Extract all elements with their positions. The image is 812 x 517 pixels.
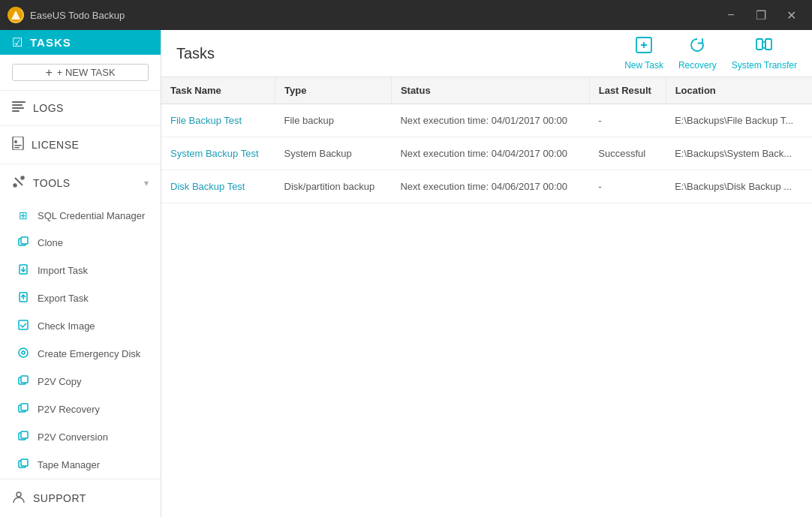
sidebar-item-license[interactable]: LICENSE [0, 125, 161, 164]
sidebar-item-export-task[interactable]: Export Task [0, 284, 161, 312]
task-location-0: E:\Backups\File Backup T... [666, 104, 812, 137]
svg-rect-3 [12, 104, 23, 106]
close-button[interactable]: ✕ [777, 4, 804, 26]
svg-rect-2 [12, 101, 26, 103]
new-task-button[interactable]: + + NEW TASK [12, 64, 149, 81]
svg-rect-9 [14, 147, 20, 149]
sql-label: SQL Credential Manager [38, 210, 145, 221]
system-transfer-action[interactable]: System Transfer [732, 36, 797, 71]
task-result-1: Successful [589, 137, 666, 170]
sidebar-item-import-task[interactable]: Import Task [0, 257, 161, 284]
sidebar-item-sql-credential-manager[interactable]: ⊞ SQL Credential Manager [0, 202, 161, 229]
window-controls: − ❐ ✕ [717, 4, 804, 26]
export-label: Export Task [38, 293, 89, 304]
task-name-0[interactable]: File Backup Test [161, 104, 275, 137]
toolbar: Tasks New Task [161, 30, 812, 77]
task-name-1[interactable]: System Backup Test [161, 137, 275, 170]
tools-section: ⊞ SQL Credential Manager Clone [0, 202, 161, 479]
task-type-1: System Backup [275, 137, 392, 170]
task-location-1: E:\Backups\System Back... [666, 137, 812, 170]
svg-rect-20 [21, 376, 28, 383]
title-bar: EaseUS Todo Backup − ❐ ✕ [0, 0, 812, 30]
p2v-copy-label: P2V Copy [38, 376, 82, 387]
tasks-table: Task Name Type Status Last Result Locati… [161, 77, 812, 517]
emergency-disk-icon [17, 347, 30, 360]
recovery-action[interactable]: Recovery [678, 36, 717, 71]
svg-rect-22 [21, 404, 28, 410]
license-icon [12, 137, 24, 153]
recovery-action-label: Recovery [678, 60, 717, 71]
sidebar-item-support[interactable]: SUPPORT [0, 479, 161, 517]
svg-rect-7 [14, 140, 17, 143]
sidebar-item-tools[interactable]: TOOLS ▾ [0, 164, 161, 202]
sidebar-item-p2v-conversion[interactable]: P2V Conversion [0, 423, 161, 451]
table-row[interactable]: System Backup Test System Backup Next ex… [161, 137, 812, 170]
license-label: LICENSE [32, 139, 79, 151]
new-task-action[interactable]: New Task [624, 36, 663, 71]
sidebar-item-logs[interactable]: LOGS [0, 90, 161, 125]
sidebar-item-tape-manager[interactable]: Tape Manager [0, 451, 161, 479]
new-task-action-label: New Task [624, 60, 663, 71]
svg-point-17 [19, 348, 28, 357]
col-task-name: Task Name [161, 77, 275, 104]
sidebar-item-p2v-copy[interactable]: P2V Copy [0, 368, 161, 395]
logs-icon [12, 101, 26, 115]
sidebar: ☑ TASKS + + NEW TASK LOGS [0, 30, 161, 517]
task-status-2: Next execution time: 04/06/2017 00:00 [391, 170, 589, 203]
backup-tasks-table: Task Name Type Status Last Result Locati… [161, 77, 812, 203]
p2v-conversion-icon [17, 431, 30, 443]
restore-button[interactable]: ❐ [747, 4, 774, 26]
task-result-0: - [589, 104, 666, 137]
support-label: SUPPORT [33, 492, 86, 504]
logs-label: LOGS [33, 102, 64, 114]
task-name-2[interactable]: Disk Backup Test [161, 170, 275, 203]
task-type-0: File backup [275, 104, 392, 137]
sidebar-item-tasks[interactable]: ☑ TASKS [0, 30, 161, 55]
tasks-label: TASKS [30, 36, 71, 49]
tape-manager-icon [17, 458, 30, 471]
tape-manager-label: Tape Manager [38, 459, 100, 470]
main-content: Tasks New Task [161, 30, 812, 517]
app-body: ☑ TASKS + + NEW TASK LOGS [0, 30, 812, 517]
task-status-1: Next execution time: 04/04/2017 00:00 [391, 137, 589, 170]
svg-rect-4 [12, 107, 24, 109]
svg-rect-29 [756, 39, 762, 50]
svg-rect-13 [21, 237, 28, 244]
svg-rect-5 [12, 110, 20, 112]
svg-rect-30 [765, 39, 771, 50]
col-last-result: Last Result [589, 77, 666, 104]
svg-rect-16 [19, 320, 28, 329]
support-icon [12, 490, 26, 506]
svg-rect-8 [14, 145, 22, 146]
table-row[interactable]: File Backup Test File backup Next execut… [161, 104, 812, 137]
sidebar-item-create-emergency-disk[interactable]: Create Emergency Disk [0, 340, 161, 368]
clone-icon [17, 236, 30, 249]
table-row[interactable]: Disk Backup Test Disk/partition backup N… [161, 170, 812, 203]
check-image-label: Check Image [38, 320, 95, 332]
p2v-conversion-label: P2V Conversion [38, 431, 108, 443]
tools-label: TOOLS [33, 177, 71, 189]
tools-icon [12, 175, 26, 191]
sidebar-item-p2v-recovery[interactable]: P2V Recovery [0, 395, 161, 423]
emergency-disk-label: Create Emergency Disk [38, 348, 140, 359]
col-type: Type [275, 77, 392, 104]
chevron-down-icon: ▾ [144, 178, 149, 188]
export-icon [17, 292, 30, 305]
plus-icon: + [45, 66, 52, 80]
task-location-2: E:\Backups\Disk Backup ... [666, 170, 812, 203]
svg-point-18 [22, 351, 25, 354]
p2v-recovery-icon [17, 403, 30, 416]
new-task-icon [635, 36, 653, 57]
table-header-row: Task Name Type Status Last Result Locati… [161, 77, 812, 104]
svg-rect-24 [21, 431, 28, 438]
svg-rect-26 [21, 459, 28, 466]
svg-point-27 [17, 492, 21, 497]
p2v-recovery-label: P2V Recovery [38, 404, 100, 415]
check-image-icon [17, 320, 30, 332]
minimize-button[interactable]: − [717, 4, 744, 26]
clone-label: Clone [38, 237, 63, 248]
sidebar-item-clone[interactable]: Clone [0, 229, 161, 257]
task-result-2: - [589, 170, 666, 203]
system-transfer-action-label: System Transfer [732, 60, 797, 71]
sidebar-item-check-image[interactable]: Check Image [0, 312, 161, 340]
